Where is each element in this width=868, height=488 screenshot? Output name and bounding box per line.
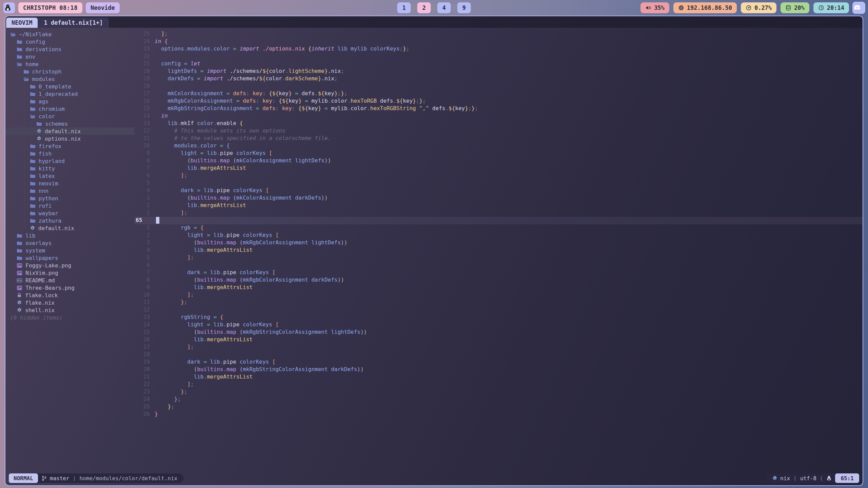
tree-row-README.md[interactable]: README.md [5, 277, 134, 284]
workspace-button-9[interactable]: 9 [457, 2, 471, 13]
code-line[interactable]: 11 # to the values specified in a colors… [134, 135, 863, 142]
code-line-current[interactable]: 65 [134, 217, 863, 224]
tree-row-default.nix[interactable]: │ │ default.nix [5, 127, 134, 135]
tree-row-env[interactable]: env [5, 53, 134, 60]
code-line[interactable]: 3 (builtins.map (mkRgbColorAssignment li… [134, 239, 863, 247]
code-buffer[interactable]: 25 ];24in {23 options.modules.color = im… [134, 28, 863, 472]
database-indicator[interactable]: 20% [781, 2, 809, 13]
code-line[interactable]: 16 lib.mergeAttrsList [134, 336, 863, 344]
tree-row-christoph[interactable]: │ christoph [5, 68, 134, 75]
code-line[interactable]: 24in { [134, 38, 863, 45]
code-line[interactable]: 2 light = lib.pipe colorKeys [ [134, 232, 863, 239]
tree-row-ags[interactable]: │ ags [5, 98, 134, 105]
tree-row-lib[interactable]: lib [5, 232, 134, 239]
clock-indicator[interactable]: 20:14 [813, 2, 849, 13]
gauge-indicator[interactable]: 0.27% [741, 2, 776, 13]
workspace-button-4[interactable]: 4 [437, 2, 451, 13]
tree-row-color[interactable]: │ color [5, 113, 134, 120]
tree-row-options.nix[interactable]: │ └ options.nix [5, 135, 134, 142]
code-line[interactable]: 10 modules.color = { [134, 142, 863, 150]
code-line[interactable]: 10 ]; [134, 291, 863, 299]
code-line[interactable]: 18 [134, 351, 863, 359]
code-line[interactable]: 17 mkColorAssignment = defs: key: {${key… [134, 90, 863, 98]
code-line[interactable]: 18 [134, 83, 863, 90]
tree-row-flake.lock[interactable]: flake.lock [5, 291, 134, 299]
code-line[interactable]: 3 (builtins.map (mkColorAssignment darkD… [134, 195, 863, 202]
tree-row-zathura[interactable]: │ zathura [5, 217, 134, 224]
code-line[interactable]: 24 }; [134, 396, 863, 403]
tree-row-python[interactable]: │ python [5, 195, 134, 202]
code-line[interactable]: 25 ]; [134, 30, 863, 38]
tree-row-system[interactable]: system [5, 247, 134, 254]
code-line[interactable]: 4 lib.mergeAttrsList [134, 247, 863, 254]
tree-row-home[interactable]: home [5, 60, 134, 68]
tree-row-hyprland[interactable]: │ hyprland [5, 157, 134, 165]
tree-row-shell.nix[interactable]: shell.nix [5, 306, 134, 314]
code-line[interactable]: 12 # This module sets its own options [134, 127, 863, 135]
code-line[interactable]: 26} [134, 411, 863, 418]
code-line[interactable]: 19 dark = lib.pipe colorKeys [ [134, 359, 863, 366]
code-line[interactable]: 23 }; [134, 388, 863, 396]
code-line[interactable]: 5 ]; [134, 254, 863, 262]
code-line[interactable]: 5 [134, 180, 863, 187]
code-line[interactable]: 17 ]; [134, 344, 863, 351]
tree-row-rofi[interactable]: │ rofi [5, 202, 134, 209]
tree-row-NixVim.png[interactable]: NixVim.png [5, 269, 134, 277]
code-line[interactable]: 22 ]; [134, 381, 863, 388]
tree-row-default.nix[interactable]: └ default.nix [5, 224, 134, 232]
tree-row-flake.nix[interactable]: flake.nix [5, 299, 134, 306]
discord-tray-button[interactable] [852, 2, 865, 14]
code-line[interactable]: 1 rgb = { [134, 224, 863, 232]
code-line[interactable]: 11 }; [134, 299, 863, 306]
tree-row-neovim[interactable]: │ neovim [5, 180, 134, 187]
tree-row-chromium[interactable]: │ chromium [5, 105, 134, 113]
code-line[interactable]: 9 lib.mergeAttrsList [134, 284, 863, 291]
tree-row-1_deprecated[interactable]: │ 1_deprecated [5, 90, 134, 98]
code-line[interactable]: 22 [134, 53, 863, 60]
tree-row-modules[interactable]: └ modules [5, 75, 134, 83]
workspace-button-2[interactable]: 2 [417, 2, 431, 13]
tree-row-fish[interactable]: │ fish [5, 150, 134, 157]
code-line[interactable]: 13 rgbString = { [134, 314, 863, 321]
tree-row-derivations[interactable]: derivations [5, 45, 134, 53]
code-line[interactable]: 8 (builtins.map (mkColorAssignment light… [134, 157, 863, 165]
tree-row-0_template[interactable]: │ 0_template [5, 83, 134, 90]
globe-indicator[interactable]: 192.168.86.50 [673, 2, 737, 13]
code-line[interactable]: 7 dark = lib.pipe colorKeys [ [134, 269, 863, 277]
code-line[interactable]: 14 in [134, 113, 863, 120]
tree-row-NixFlake[interactable]: ~/NixFlake [5, 30, 134, 38]
code-line[interactable]: 15 (builtins.map (mkRgbStringColorAssign… [134, 329, 863, 336]
code-line[interactable]: 20 (builtins.map (mkRgbStringColorAssign… [134, 366, 863, 373]
code-line[interactable]: 19 darkDefs = import ./schemes/${color.d… [134, 75, 863, 83]
volume-indicator[interactable]: 35% [640, 2, 669, 13]
workspace-button-1[interactable]: 1 [397, 2, 411, 13]
tree-row-latex[interactable]: │ latex [5, 172, 134, 180]
code-line[interactable]: 21 lib.mergeAttrsList [134, 373, 863, 381]
tree-row-config[interactable]: config [5, 38, 134, 45]
code-line[interactable]: 14 light = lib.pipe colorKeys [ [134, 321, 863, 329]
code-line[interactable]: 9 light = lib.pipe colorKeys [ [134, 150, 863, 157]
code-line[interactable]: 16 mkRgbColorAssignment = defs: key: {${… [134, 98, 863, 105]
tree-row-Three-Bears.png[interactable]: Three-Bears.png [5, 284, 134, 291]
tree-row-waybar[interactable]: │ waybar [5, 209, 134, 217]
code-line[interactable]: 6 [134, 262, 863, 269]
tab-default-nix[interactable]: 1 default.nix[1+] [38, 18, 109, 28]
code-line[interactable]: 21 config = let [134, 60, 863, 68]
tree-row-wallpapers[interactable]: wallpapers [5, 254, 134, 262]
tree-row-schemes[interactable]: │ │ schemes [5, 120, 134, 127]
tree-row-firefox[interactable]: │ firefox [5, 142, 134, 150]
code-line[interactable]: 1 ]; [134, 209, 863, 217]
code-line[interactable]: 23 options.modules.color = import ./opti… [134, 45, 863, 53]
code-line[interactable]: 20 lightDefs = import ./schemes/${color.… [134, 68, 863, 75]
code-line[interactable]: 4 dark = lib.pipe colorKeys [ [134, 187, 863, 195]
code-line[interactable]: 2 lib.mergeAttrsList [134, 202, 863, 209]
code-line[interactable]: 15 mkRgbStringColorAssignment = defs: ke… [134, 105, 863, 113]
code-line[interactable]: 12 [134, 306, 863, 314]
tree-row-overlays[interactable]: overlays [5, 239, 134, 247]
tree-row-nnn[interactable]: │ nnn [5, 187, 134, 195]
code-line[interactable]: 13 lib.mkIf color.enable { [134, 120, 863, 127]
code-line[interactable]: 6 ]; [134, 172, 863, 180]
linux-logo-icon[interactable] [3, 2, 15, 13]
code-line[interactable]: 8 (builtins.map (mkRgbColorAssignment da… [134, 277, 863, 284]
tree-row-kitty[interactable]: │ kitty [5, 165, 134, 172]
